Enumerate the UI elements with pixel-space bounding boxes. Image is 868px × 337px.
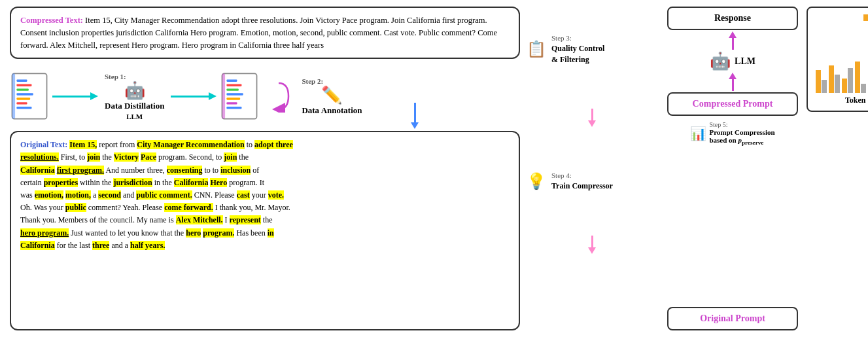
bar-group-2 (829, 65, 840, 93)
step3-icon: 📋 (527, 40, 546, 58)
llm-label-2: LLM (735, 56, 755, 67)
step5-row: 📊 Step 5: Prompt Compressionbased on ppr… (690, 121, 774, 146)
step3-desc: Quality Control& Filtering (551, 43, 604, 65)
svg-rect-1 (16, 79, 27, 81)
bar-group-3 (842, 68, 853, 93)
bar-preserve-4 (855, 62, 860, 93)
arrow-up-to-response (729, 31, 737, 50)
original-prompt-label: Original Prompt (700, 313, 765, 323)
step5-num: Step 5: (709, 121, 774, 128)
original-prompt-box: Original Prompt (667, 307, 798, 330)
response-label: Response (714, 13, 751, 23)
original-text-box: Original Text: Item 15, report from City… (10, 131, 520, 330)
compressed-prompt-label: Compressed Prompt (693, 99, 773, 109)
step2-desc: Data Annotation (302, 105, 362, 116)
svg-rect-7 (16, 107, 31, 109)
document-icon-2 (220, 72, 259, 121)
bar-group-1 (816, 70, 827, 93)
bar-discard-4 (861, 84, 866, 93)
svg-rect-3 (16, 88, 28, 90)
main-container: Compressed Text: Item 15, City Manager R… (0, 0, 868, 337)
compressed-text-box: Compressed Text: Item 15, City Manager R… (10, 7, 520, 59)
llm-label-1: LLM (126, 113, 143, 120)
chart-nn-area: ... (813, 25, 868, 93)
step3-item: 📋 Step 3: Quality Control& Filtering (527, 33, 657, 65)
arrow-down-to-original (411, 103, 419, 129)
step4-icon: 💡 (527, 172, 546, 190)
left-section: Compressed Text: Item 15, City Manager R… (10, 7, 520, 330)
bar-chart: ... (813, 25, 868, 93)
bar-discard-1 (822, 80, 827, 93)
bar-discard-3 (848, 68, 853, 93)
document-icon-1 (10, 72, 49, 121)
svg-rect-6 (16, 102, 27, 104)
step2-num: Step 2: (302, 77, 323, 85)
svg-rect-12 (227, 88, 239, 90)
step4-item: 💡 Step 4: Train Compressor (527, 171, 657, 192)
bar-group-4 (855, 62, 866, 93)
spacer (527, 297, 657, 304)
svg-rect-17 (222, 73, 226, 118)
svg-rect-14 (227, 98, 241, 99)
step2-box: Step 2: ✏️ Data Annotation (302, 77, 362, 116)
pipeline-arrow-1 (527, 109, 657, 127)
legend-preserve-color (863, 14, 868, 21)
middle-row: Step 1: 🤖 Data Distillation LLM (10, 67, 520, 126)
step5-text-block: Step 5: Prompt Compressionbased on ppres… (709, 121, 774, 146)
svg-rect-5 (16, 98, 30, 99)
original-text-label: Original Text: (20, 140, 67, 149)
step5-desc: Prompt Compressionbased on ppreserve (709, 128, 774, 146)
pipeline-arrow-2 (527, 236, 657, 254)
chart-legend: ppreserve pdiscard (813, 13, 868, 22)
step1-desc: Data Distillation (105, 101, 164, 111)
arrow-to-llm (52, 92, 98, 100)
right-combined: Response 🤖 LLM Compressed Prompt (664, 7, 868, 330)
step5-icon: 📊 (690, 126, 706, 141)
classifier-column: ppreserve pdiscard (807, 7, 868, 330)
bar-preserve-1 (816, 70, 821, 93)
compressed-text-content: Item 15, City Manager Recommendation ado… (20, 16, 497, 50)
svg-rect-13 (227, 93, 243, 95)
robot-icon-1: 🤖 (124, 80, 145, 101)
step4-desc: Train Compressor (551, 181, 613, 192)
legend-preserve: ppreserve (863, 13, 868, 22)
svg-rect-4 (16, 93, 33, 95)
original-text-content: Item 15, report from City Manager Recomm… (20, 140, 293, 250)
neural-net-box: ppreserve pdiscard (807, 7, 868, 112)
arrow-down-step2 (266, 80, 292, 113)
bar-preserve-3 (842, 79, 847, 93)
bar-preserve-2 (829, 65, 834, 93)
svg-rect-11 (227, 84, 242, 86)
robot-icon-2: 🤖 (710, 51, 731, 71)
step1-num: Step 1: (105, 73, 126, 80)
svg-rect-16 (227, 107, 242, 109)
pipeline-steps: 📋 Step 3: Quality Control& Filtering 💡 S… (527, 7, 657, 330)
svg-rect-2 (16, 84, 31, 86)
llm-block: 🤖 LLM (710, 51, 755, 71)
svg-rect-10 (227, 79, 237, 81)
bar-chart-area: ... (813, 60, 868, 93)
flow-column: Response 🤖 LLM Compressed Prompt (664, 7, 801, 330)
classifier-title: Token Classifier as Compressor (813, 96, 868, 105)
annotation-icon: ✏️ (321, 85, 342, 105)
svg-rect-15 (227, 102, 237, 104)
response-box: Response (667, 7, 798, 30)
step3-text: Step 3: Quality Control& Filtering (551, 33, 604, 65)
step3-num: Step 3: (551, 33, 604, 43)
arrow-up-to-llm (729, 73, 737, 91)
arrow-from-llm (171, 92, 217, 100)
bar-discard-2 (835, 75, 840, 93)
svg-rect-8 (12, 73, 15, 118)
step4-num: Step 4: (551, 171, 613, 181)
step4-text: Step 4: Train Compressor (551, 171, 613, 192)
step1-box: Step 1: 🤖 Data Distillation LLM (105, 73, 164, 120)
compressed-prompt-box: Compressed Prompt (667, 92, 798, 116)
compressed-text-label: Compressed Text: (20, 16, 83, 25)
